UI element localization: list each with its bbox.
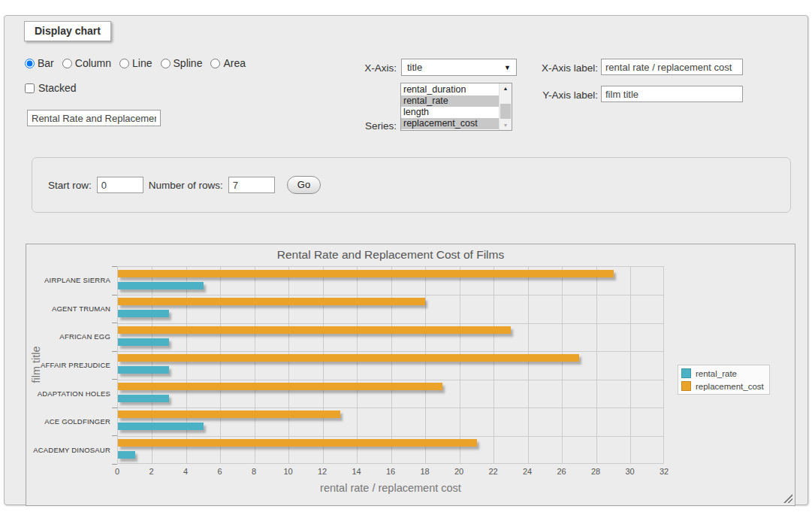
x-tick-label: 24 [515,467,539,476]
gridline [118,295,663,295]
series-options: rental_durationrental_ratelengthreplacem… [401,83,499,130]
category-label: ACADEMY DINOSAUR [26,446,110,454]
listbox-scrollbar[interactable]: ▲ ▼ [499,83,512,130]
scrollbar-thumb[interactable] [500,104,511,119]
y-tick-mark [112,464,117,465]
series-select-label: Series: [328,120,397,132]
scroll-up-icon[interactable]: ▲ [500,83,512,93]
bar-replacement_cost [118,270,614,277]
gridline [596,267,597,463]
x-tick-label: 0 [105,467,129,476]
bar-replacement_cost [118,411,340,418]
fieldset-legend: Display chart [24,21,111,41]
legend-label: rental_rate [696,369,737,378]
x-tick-label: 16 [379,467,403,476]
x-axis-select-label: X-Axis: [328,62,397,74]
chart-type-radio-group: BarColumnLineSplineArea [25,57,246,69]
bar-rental_rate [118,451,135,459]
gridline [118,436,663,437]
y-tick-mark [112,379,117,380]
x-tick-label: 22 [481,467,506,476]
gridline [630,267,631,463]
x-tick-label: 32 [652,467,676,476]
bar-rental_rate [118,423,204,430]
start-row-label: Start row: [48,180,92,191]
legend-entry-rental_rate: rental_rate [681,368,764,378]
scroll-down-icon[interactable]: ▼ [500,120,512,130]
legend-swatch-icon [681,368,691,378]
x-tick-label: 8 [242,467,266,476]
gridline [288,267,289,463]
chart-type-option-area[interactable]: Area [210,57,246,69]
gridline [425,267,426,463]
bar-replacement_cost [118,298,425,305]
start-row-input[interactable] [97,177,143,193]
series-option-rental_rate[interactable]: rental_rate [401,95,499,107]
x-axis-select[interactable]: title ▼ [401,59,517,76]
y-tick-mark [112,351,117,352]
chart-type-option-line[interactable]: Line [119,57,152,69]
y-tick-mark [112,435,117,436]
chart-plot-area [117,266,664,464]
series-listbox[interactable]: rental_durationrental_ratelengthreplacem… [400,83,512,131]
bar-replacement_cost [118,383,442,390]
x-tick-label: 14 [345,467,369,476]
chart-type-option-bar[interactable]: Bar [25,57,54,69]
x-tick-label: 6 [208,467,232,476]
chart-x-axis-title: rental rate / replacement cost [117,482,664,494]
category-label: ADAPTATION HOLES [26,389,110,398]
radio-column[interactable] [62,59,72,68]
number-of-rows-label: Number of rows: [149,180,223,191]
radio-spline[interactable] [161,59,171,68]
x-tick-label: 20 [447,467,471,476]
y-tick-mark [112,323,117,323]
category-label: ACE GOLDFINGER [26,417,110,426]
gridline [494,267,494,463]
bar-rental_rate [118,338,169,346]
y-axis-label-input[interactable] [601,86,743,102]
stacked-checkbox[interactable] [25,83,35,93]
stacked-option[interactable]: Stacked [25,82,77,94]
chart-type-option-spline[interactable]: Spline [161,57,203,69]
gridline [118,407,663,408]
number-of-rows-input[interactable] [228,177,275,193]
bar-rental_rate [118,395,169,402]
chart-legend: rental_ratereplacement_cost [678,365,770,395]
radio-area[interactable] [210,59,220,68]
category-label: AGENT TRUMAN [26,304,110,313]
category-label: AFFAIR PREJUDICE [26,361,110,369]
bar-replacement_cost [118,354,579,362]
series-option-rental_duration[interactable]: rental_duration [401,84,499,95]
chart-type-label: Line [132,57,152,69]
category-label: AFRICAN EGG [26,332,110,341]
resize-handle-icon[interactable] [783,494,792,503]
stacked-label: Stacked [38,82,77,94]
legend-swatch-icon [681,381,691,391]
legend-label: replacement_cost [696,382,764,391]
x-axis-label-field-label: X-Axis label: [523,62,598,74]
x-axis-select-value: title [407,62,422,73]
scrollbar-track[interactable] [500,93,512,120]
gridline [528,267,529,463]
x-tick-label: 28 [584,467,608,476]
go-button[interactable]: Go [287,176,321,194]
x-axis-label-input[interactable] [601,59,743,75]
radio-bar[interactable] [25,59,35,68]
gridline [220,267,221,463]
chart-title-input[interactable] [27,110,161,126]
series-option-length[interactable]: length [401,107,499,118]
series-option-replacement_cost[interactable]: replacement_cost [401,118,499,129]
bar-replacement_cost [118,326,511,334]
chart-type-option-column[interactable]: Column [62,57,111,69]
bar-rental_rate [118,282,204,289]
gridline [152,267,152,463]
x-tick-label: 2 [140,467,164,476]
bar-rental_rate [118,366,169,374]
chart-type-label: Column [75,57,111,69]
chart-title: Rental Rate and Replacement Cost of Film… [117,248,664,262]
gridline [323,267,324,463]
gridline [186,267,187,463]
x-tick-label: 18 [413,467,437,476]
gridline [118,323,663,324]
radio-line[interactable] [119,59,129,68]
